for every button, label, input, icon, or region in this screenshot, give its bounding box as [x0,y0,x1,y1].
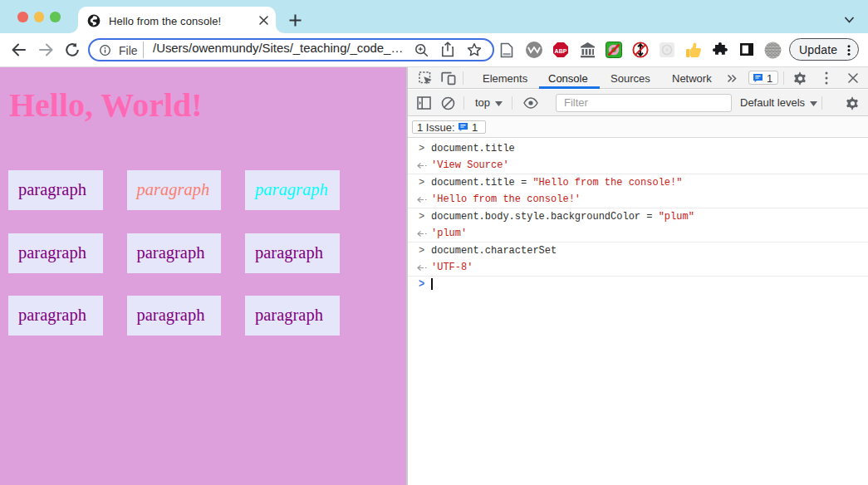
svg-text:ABP: ABP [555,48,567,54]
